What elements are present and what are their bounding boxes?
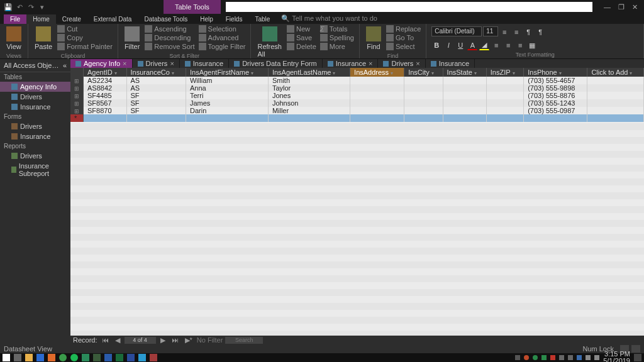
explorer-icon[interactable] [25,354,33,361]
column-header[interactable]: InsPhone▾ [524,68,587,77]
tray-icon[interactable] [594,355,599,360]
font-name-input[interactable] [431,26,482,36]
row-selector[interactable]: ⊞ [70,84,84,92]
row-selector[interactable]: ⊞ [70,99,84,107]
underline-button[interactable]: U [455,40,465,50]
cell[interactable] [404,84,443,92]
refresh-button[interactable]: Refresh All [256,25,283,59]
row-selector[interactable]: ⊞ [70,107,84,114]
close-icon[interactable]: × [170,60,174,67]
cell[interactable]: Miller [268,107,350,114]
doc-tab[interactable]: Drivers× [378,59,425,68]
datasheet[interactable]: AgentID▾InsuranceCo▾InsAgentFirstName▾In… [70,68,644,336]
cell[interactable] [486,84,523,92]
app2-icon[interactable] [93,354,101,361]
save-record-button[interactable]: Save [287,34,316,41]
column-header[interactable]: Click to Add▾ [587,68,644,77]
descending-button[interactable]: Descending [145,34,194,41]
doc-tab[interactable]: Insurance [426,59,475,68]
view-button[interactable]: View [5,25,23,52]
cell[interactable] [404,77,443,84]
cell[interactable] [443,84,486,92]
nav-item[interactable]: Drivers [0,151,70,161]
next-record-button[interactable]: ▶ [158,336,167,344]
cell[interactable]: Terri [186,92,268,99]
paste-button[interactable]: Paste [33,25,53,52]
tray-icon[interactable] [524,355,529,360]
doc-tab[interactable]: Agency Info× [70,59,133,68]
cell[interactable] [587,107,644,114]
table-row[interactable]: ⊞SF8870SFDarinMiller(703) 555-0987 [70,107,644,114]
ltr-button[interactable]: ¶ [523,27,533,37]
access-icon[interactable] [150,354,157,361]
close-icon[interactable]: × [369,60,372,67]
cell[interactable] [587,99,644,107]
cell[interactable]: (703) 555-8876 [524,92,587,99]
tray-icon[interactable] [515,355,520,360]
chrome-icon[interactable] [59,354,67,361]
table-row[interactable]: ⊞AS8842ASAnnaTaylor(703) 555-9898 [70,84,644,92]
cell[interactable] [186,114,268,122]
cell[interactable]: James [186,99,268,107]
cell[interactable] [350,114,404,122]
cell[interactable]: SF8870 [84,107,127,114]
last-record-button[interactable]: ⏭ [170,336,180,344]
cell[interactable]: AS [126,77,186,84]
row-selector[interactable]: ⊞ [70,92,84,99]
tell-me[interactable]: 🔍 Tell me what you want to do [276,13,382,24]
indent-inc-button[interactable]: ≡ [511,27,521,37]
new-record-button[interactable]: ▶* [183,336,194,344]
cell[interactable] [587,114,644,122]
gridlines-button[interactable]: ▦ [527,40,537,50]
cell[interactable] [350,84,404,92]
advanced-button[interactable]: Advanced [199,34,246,41]
remove-sort-button[interactable]: Remove Sort [145,43,194,50]
ribbon-tab-home[interactable]: Home [26,14,56,24]
cell[interactable] [486,107,523,114]
excel-icon[interactable] [116,354,123,361]
totals-button[interactable]: ΣTotals [320,25,354,33]
nav-item[interactable]: Insurance Subreport [0,161,70,178]
align-center-button[interactable]: ≡ [503,40,513,50]
delete-button[interactable]: Delete [287,43,316,50]
cell[interactable]: (703) 555-0987 [524,107,587,114]
first-record-button[interactable]: ⏮ [100,336,111,344]
record-search-input[interactable] [225,337,263,344]
cell[interactable]: (703) 555-1243 [524,99,587,107]
tray-icon[interactable] [577,355,582,360]
cell[interactable]: SF [126,107,186,114]
select-button[interactable]: Select [386,43,421,50]
word-icon[interactable] [127,354,135,361]
maximize-button[interactable]: ❐ [618,3,625,11]
start-button[interactable] [3,354,10,361]
doc-tab[interactable]: Insurance [180,59,229,68]
cell[interactable]: AS2234 [84,77,127,84]
tray-icon[interactable] [550,355,555,360]
column-header[interactable]: InsState▾ [443,68,486,77]
nav-header[interactable]: All Access Obje… [4,62,58,69]
ribbon-tab-fields[interactable]: Fields [219,14,249,24]
rtl-button[interactable]: ¶ [535,27,545,37]
close-button[interactable]: ✕ [632,3,638,11]
nav-item[interactable]: Agency Info [0,82,70,92]
prev-record-button[interactable]: ◀ [113,336,122,344]
new-button[interactable]: New [287,25,316,33]
cell[interactable] [486,77,523,84]
nav-item[interactable]: Insurance [0,102,70,112]
clock[interactable]: 3:15 PM5/1/2019 [603,351,630,362]
redo-icon[interactable]: ↷ [26,3,35,11]
cell[interactable]: Darin [186,107,268,114]
cell[interactable] [443,77,486,84]
cell[interactable] [404,114,443,122]
cell[interactable] [443,92,486,99]
skype-icon[interactable] [138,354,146,361]
cell[interactable] [486,114,523,122]
select-all[interactable] [70,68,84,77]
new-row-selector[interactable]: * [70,114,84,122]
cell[interactable] [587,84,644,92]
cell[interactable] [404,107,443,114]
ribbon-tab-file[interactable]: File [4,14,26,24]
nav-item[interactable]: Drivers [0,121,70,131]
cell[interactable] [524,114,587,122]
cell[interactable] [350,92,404,99]
